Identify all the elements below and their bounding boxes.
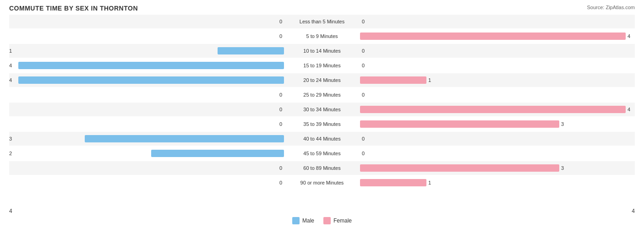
right-section: 4 (360, 29, 635, 43)
legend-male-label: Male (302, 217, 314, 224)
legend-female-label: Female (333, 217, 352, 224)
row-label: 45 to 59 Minutes (284, 151, 360, 156)
right-section: 0 (360, 147, 635, 160)
row-label: 60 to 89 Minutes (284, 165, 360, 171)
female-value-zero: 0 (362, 19, 365, 24)
chart-row: 025 to 29 Minutes0 (9, 88, 635, 102)
female-bar (360, 76, 426, 84)
legend-male-box (292, 217, 300, 224)
right-section: 1 (360, 176, 635, 190)
male-value: 1 (9, 48, 216, 54)
chart-title: COMMUTE TIME BY SEX IN THORNTON (9, 5, 635, 12)
male-bar (85, 135, 284, 142)
chart-row: 340 to 44 Minutes0 (9, 132, 635, 146)
right-section: 0 (360, 132, 635, 146)
row-label: 10 to 14 Minutes (284, 48, 360, 54)
male-value-zero: 0 (279, 19, 282, 24)
female-bar (360, 33, 626, 40)
male-value-zero: 0 (279, 180, 282, 185)
male-value: 4 (9, 63, 16, 68)
left-section: 2 (9, 147, 284, 160)
left-section: 0 (9, 15, 284, 28)
row-label: Less than 5 Minutes (284, 19, 360, 24)
male-value: 4 (9, 77, 16, 83)
chart-row: 110 to 14 Minutes0 (9, 44, 635, 58)
legend: Male Female (9, 217, 635, 224)
female-bar (360, 164, 559, 172)
row-label: 25 to 29 Minutes (284, 92, 360, 98)
left-section: 0 (9, 117, 284, 131)
row-label: 30 to 34 Minutes (284, 107, 360, 112)
bottom-left-value: 4 (9, 208, 12, 214)
left-section: 4 (9, 59, 284, 72)
female-value-zero: 0 (362, 92, 365, 98)
female-value: 1 (428, 77, 431, 83)
legend-female: Female (323, 217, 352, 224)
right-section: 1 (360, 73, 635, 87)
chart-row: 0Less than 5 Minutes0 (9, 15, 635, 28)
female-value: 1 (428, 180, 431, 185)
male-value: 2 (9, 151, 149, 156)
right-section: 0 (360, 59, 635, 72)
right-section: 0 (360, 44, 635, 58)
left-section: 0 (9, 103, 284, 116)
chart-row: 060 to 89 Minutes3 (9, 161, 635, 175)
male-bar (151, 150, 284, 157)
chart-row: 035 to 39 Minutes3 (9, 117, 635, 131)
male-bar (18, 76, 284, 84)
left-section: 1 (9, 44, 284, 58)
female-bar (360, 120, 559, 128)
right-section: 0 (360, 15, 635, 28)
row-label: 35 to 39 Minutes (284, 121, 360, 127)
chart-row: 05 to 9 Minutes4 (9, 29, 635, 43)
left-section: 3 (9, 132, 284, 146)
male-value-zero: 0 (279, 165, 282, 171)
male-bar (218, 47, 284, 54)
female-value: 3 (561, 121, 564, 127)
male-value-zero: 0 (279, 107, 282, 112)
chart-row: 420 to 24 Minutes1 (9, 73, 635, 87)
female-value: 4 (628, 33, 630, 39)
female-value-zero: 0 (362, 136, 365, 141)
row-label: 5 to 9 Minutes (284, 33, 360, 39)
female-value: 4 (628, 107, 630, 112)
chart-row: 245 to 59 Minutes0 (9, 147, 635, 160)
left-section: 0 (9, 88, 284, 102)
female-bar (360, 106, 626, 113)
source-label: Source: ZipAtlas.com (587, 5, 635, 10)
female-value-zero: 0 (362, 63, 365, 68)
row-label: 15 to 19 Minutes (284, 63, 360, 68)
right-section: 4 (360, 103, 635, 116)
male-value-zero: 0 (279, 33, 282, 39)
chart-row: 415 to 19 Minutes0 (9, 59, 635, 72)
left-section: 0 (9, 176, 284, 190)
chart-row: 030 to 34 Minutes4 (9, 103, 635, 116)
male-bar (18, 62, 284, 69)
left-section: 4 (9, 73, 284, 87)
left-section: 0 (9, 29, 284, 43)
row-label: 20 to 24 Minutes (284, 77, 360, 83)
legend-male: Male (292, 217, 314, 224)
female-value-zero: 0 (362, 48, 365, 54)
right-section: 3 (360, 117, 635, 131)
bottom-values: 4 4 (9, 208, 635, 214)
male-value-zero: 0 (279, 121, 282, 127)
right-section: 0 (360, 88, 635, 102)
row-label: 90 or more Minutes (284, 180, 360, 185)
bottom-right-value: 4 (632, 208, 635, 214)
left-section: 0 (9, 161, 284, 175)
female-value: 3 (561, 165, 564, 171)
female-bar (360, 179, 426, 186)
male-value-zero: 0 (279, 92, 282, 98)
female-value-zero: 0 (362, 151, 365, 156)
right-section: 3 (360, 161, 635, 175)
legend-female-box (323, 217, 331, 224)
chart-row: 090 or more Minutes1 (9, 176, 635, 190)
row-label: 40 to 44 Minutes (284, 136, 360, 141)
chart-container: COMMUTE TIME BY SEX IN THORNTON Source: … (0, 0, 644, 239)
male-value: 3 (9, 136, 83, 141)
chart-area: 0Less than 5 Minutes005 to 9 Minutes4110… (9, 15, 635, 207)
